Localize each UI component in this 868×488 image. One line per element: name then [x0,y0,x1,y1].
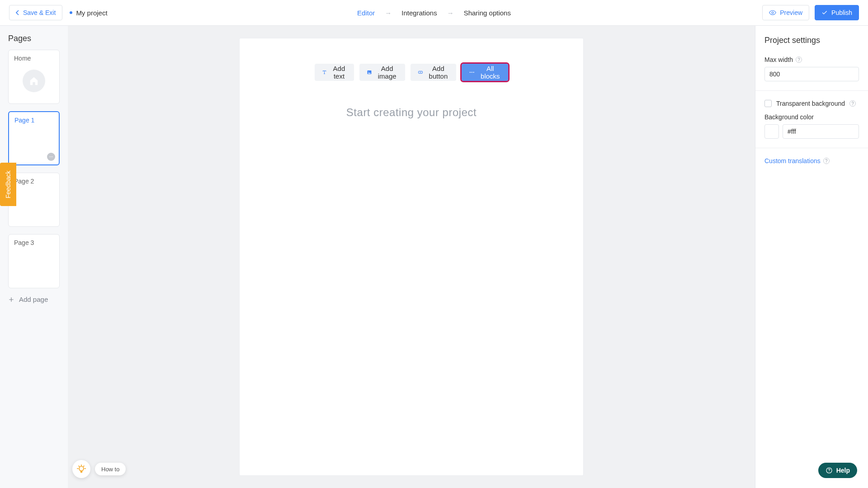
svg-rect-7 [420,72,421,73]
chevron-right-icon: → [447,9,454,17]
settings-panel: Project settings Max width ? Transparent… [755,26,868,488]
save-exit-label: Save & Exit [23,9,56,16]
help-icon[interactable]: ? [823,158,830,164]
lightbulb-icon [76,464,86,474]
crumb-sharing[interactable]: Sharing options [464,9,511,17]
svg-point-8 [470,72,471,73]
more-horizontal-icon [49,155,53,159]
canvas-area: Add text Add image Add button All blocks… [68,26,755,488]
howto-label: How to [101,466,119,473]
svg-point-3 [52,156,53,157]
page-card-label: Page 1 [14,117,34,124]
max-width-input[interactable] [764,67,859,81]
project-name: My project [70,9,107,17]
help-icon[interactable]: ? [796,56,802,63]
custom-translations-link[interactable]: Custom translations ? [764,157,859,164]
svg-point-2 [51,156,52,157]
page-card-label: Page 3 [14,239,34,246]
save-exit-button[interactable]: Save & Exit [9,5,62,20]
crumb-editor[interactable]: Editor [357,9,375,17]
howto-bulb-button[interactable] [72,460,90,478]
all-blocks-label: All blocks [480,65,501,80]
button-icon [418,68,423,76]
settings-title: Project settings [764,36,859,45]
howto-floater: How to [72,460,126,478]
crumb-integrations[interactable]: Integrations [401,9,437,17]
page-card-3[interactable]: Page 3 [8,234,60,288]
feedback-label: Feedback [5,170,12,198]
topbar: Save & Exit My project Editor → Integrat… [0,0,868,26]
preview-label: Preview [780,9,802,16]
more-horizontal-icon [469,68,475,76]
unsaved-dot-icon [70,11,72,14]
add-text-label: Add text [331,65,347,80]
block-toolbar: Add text Add image Add button All blocks [315,64,508,81]
svg-point-0 [772,12,774,14]
add-page-label: Add page [19,296,48,303]
howto-button[interactable]: How to [95,463,126,475]
chevron-left-icon [16,10,19,15]
max-width-label: Max width ? [764,56,859,63]
bg-color-swatch[interactable] [764,124,779,139]
text-icon [322,68,327,76]
publish-button[interactable]: Publish [815,5,859,20]
image-icon [367,68,372,76]
add-page-button[interactable]: Add page [8,296,60,303]
pages-sidebar: Pages Home Page 1 Page 2 Page 3 Add page [0,26,68,488]
eye-icon [769,9,776,16]
preview-button[interactable]: Preview [762,5,809,20]
add-image-label: Add image [377,65,398,80]
publish-label: Publish [831,9,852,16]
svg-point-1 [49,156,50,157]
page-card-label: Page 2 [14,178,34,185]
bg-color-label: Background color [764,113,859,121]
add-text-button[interactable]: Add text [315,64,354,81]
project-name-label: My project [76,9,107,17]
pages-title: Pages [8,34,60,43]
page-card-home[interactable]: Home [8,50,60,104]
help-icon[interactable]: ? [849,100,856,107]
home-icon [23,70,45,92]
bg-color-input[interactable] [783,124,859,139]
help-label: Help [836,467,850,474]
transparent-bg-label: Transparent background [776,100,845,107]
page-more-button[interactable] [47,153,55,161]
svg-point-5 [368,71,369,72]
page-card-1[interactable]: Page 1 [8,111,60,165]
svg-point-11 [79,466,84,471]
help-button[interactable]: Help [818,463,857,478]
transparent-bg-checkbox[interactable] [764,100,772,107]
svg-point-9 [472,72,472,73]
feedback-tab[interactable]: Feedback [0,163,16,206]
chevron-right-icon: → [385,9,392,17]
svg-point-13 [829,472,829,472]
all-blocks-button[interactable]: All blocks [462,64,508,81]
check-icon [821,9,828,16]
page-card-label: Home [14,55,31,62]
plus-icon [8,296,14,303]
svg-point-10 [473,72,474,73]
add-image-button[interactable]: Add image [359,64,405,81]
canvas-placeholder: Start creating your project [346,106,476,119]
canvas[interactable]: Add text Add image Add button All blocks… [240,38,583,475]
add-button-label: Add button [428,65,449,80]
add-button-button[interactable]: Add button [410,64,457,81]
help-circle-icon [826,467,833,474]
breadcrumb: Editor → Integrations → Sharing options [357,9,511,17]
